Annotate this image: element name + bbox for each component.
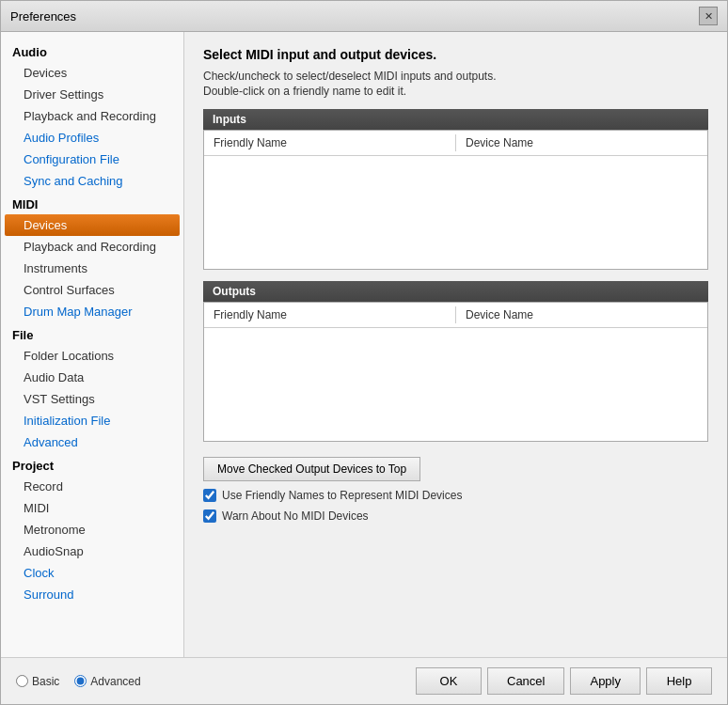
sidebar-item-audio-playback-recording[interactable]: Playback and Recording	[1, 105, 183, 127]
outputs-table-header: Friendly Name Device Name	[204, 303, 707, 328]
outputs-table-body[interactable]	[204, 328, 707, 441]
inputs-table: Friendly Name Device Name	[203, 130, 708, 270]
sidebar-item-project-record[interactable]: Record	[1, 476, 183, 497]
advanced-radio[interactable]	[74, 675, 87, 687]
mode-radio-group: Basic Advanced	[16, 675, 416, 688]
main-content: Audio Devices Driver Settings Playback a…	[1, 32, 727, 657]
cancel-button[interactable]: Cancel	[487, 667, 564, 695]
sidebar-item-file-vst-settings[interactable]: VST Settings	[1, 388, 183, 410]
inputs-col-device-name: Device Name	[456, 134, 707, 151]
checkbox-row-warn-midi: Warn About No MIDI Devices	[203, 509, 708, 523]
inputs-section-header: Inputs	[203, 109, 708, 130]
sidebar: Audio Devices Driver Settings Playback a…	[1, 32, 184, 657]
warn-midi-label: Warn About No MIDI Devices	[222, 509, 369, 523]
sidebar-item-file-folder-locations[interactable]: Folder Locations	[1, 345, 183, 367]
sidebar-section-audio: Audio	[1, 39, 183, 62]
close-button[interactable]: ✕	[699, 7, 718, 25]
sidebar-item-audio-profiles[interactable]: Audio Profiles	[1, 127, 183, 149]
advanced-label: Advanced	[90, 675, 140, 688]
sidebar-item-midi-devices[interactable]: Devices	[5, 214, 180, 236]
sidebar-item-project-metronome[interactable]: Metronome	[1, 519, 183, 540]
preferences-dialog: Preferences ✕ Audio Devices Driver Setti…	[0, 0, 728, 705]
inputs-col-friendly-name: Friendly Name	[204, 134, 455, 151]
friendly-names-checkbox[interactable]	[203, 489, 216, 502]
instruction-line1: Check/uncheck to select/deselect MIDI in…	[203, 70, 708, 83]
sidebar-item-midi-instruments[interactable]: Instruments	[1, 258, 183, 279]
sidebar-item-audio-configuration-file[interactable]: Configuration File	[1, 149, 183, 170]
panel-title: Select MIDI input and output devices.	[203, 47, 708, 62]
sidebar-item-audio-driver-settings[interactable]: Driver Settings	[1, 84, 183, 105]
bottom-bar: Basic Advanced OK Cancel Apply Help	[1, 657, 727, 704]
sidebar-item-file-audio-data[interactable]: Audio Data	[1, 367, 183, 388]
sidebar-item-midi-drum-map-manager[interactable]: Drum Map Manager	[1, 301, 183, 322]
sidebar-item-project-clock[interactable]: Clock	[1, 562, 183, 584]
sidebar-item-file-advanced[interactable]: Advanced	[1, 431, 183, 453]
sidebar-item-file-initialization-file[interactable]: Initialization File	[1, 410, 183, 431]
instruction-line2: Double-click on a friendly name to edit …	[203, 85, 708, 98]
warn-midi-checkbox[interactable]	[203, 509, 216, 523]
outputs-col-device-name: Device Name	[456, 306, 707, 323]
sidebar-section-midi: MIDI	[1, 192, 183, 214]
radio-item-basic: Basic	[16, 675, 59, 688]
main-panel: Select MIDI input and output devices. Ch…	[184, 32, 727, 657]
apply-button[interactable]: Apply	[570, 667, 641, 695]
outputs-table: Friendly Name Device Name	[203, 302, 708, 442]
dialog-title: Preferences	[10, 9, 76, 24]
sidebar-item-project-audiosnap[interactable]: AudioSnap	[1, 540, 183, 562]
ok-button[interactable]: OK	[416, 667, 482, 695]
sidebar-item-audio-sync-caching[interactable]: Sync and Caching	[1, 170, 183, 192]
friendly-names-label: Use Friendly Names to Represent MIDI Dev…	[222, 489, 462, 502]
sidebar-item-midi-control-surfaces[interactable]: Control Surfaces	[1, 279, 183, 301]
checkbox-row-friendly-names: Use Friendly Names to Represent MIDI Dev…	[203, 489, 708, 502]
sidebar-item-audio-devices[interactable]: Devices	[1, 62, 183, 84]
basic-label: Basic	[32, 675, 59, 688]
move-checked-btn[interactable]: Move Checked Output Devices to Top	[203, 457, 420, 481]
radio-item-advanced: Advanced	[74, 675, 140, 688]
title-bar: Preferences ✕	[1, 1, 727, 32]
inputs-table-header: Friendly Name Device Name	[204, 131, 707, 156]
sidebar-item-project-surround[interactable]: Surround	[1, 584, 183, 605]
dialog-button-group: OK Cancel Apply Help	[416, 667, 712, 695]
outputs-section-header: Outputs	[203, 281, 708, 302]
help-button[interactable]: Help	[646, 667, 712, 695]
basic-radio[interactable]	[16, 675, 28, 687]
inputs-table-body[interactable]	[204, 156, 707, 269]
sidebar-section-project: Project	[1, 453, 183, 476]
sidebar-section-file: File	[1, 322, 183, 345]
outputs-col-friendly-name: Friendly Name	[204, 306, 455, 323]
sidebar-item-project-midi[interactable]: MIDI	[1, 497, 183, 519]
sidebar-item-midi-playback-recording[interactable]: Playback and Recording	[1, 236, 183, 258]
